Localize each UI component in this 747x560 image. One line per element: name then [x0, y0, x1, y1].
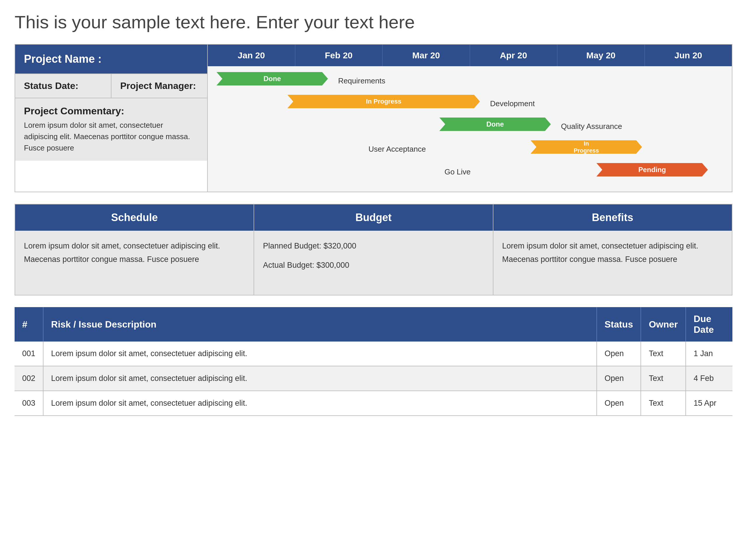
risk-col-date: Due Date — [686, 307, 732, 342]
gantt-month-4: Apr 20 — [470, 45, 558, 66]
row1-owner: Text — [641, 342, 686, 366]
gantt-bar-requirements: Done — [216, 72, 328, 85]
benefits-header: Benefits — [493, 205, 732, 231]
commentary-text: Lorem ipsum dolor sit amet, consectetuer… — [24, 119, 199, 154]
risk-col-status: Status — [597, 307, 641, 342]
gantt-bar-development: In Progress — [287, 95, 480, 108]
row1-status: Open — [597, 342, 641, 366]
benefits-col: Benefits Lorem ipsum dolor sit amet, con… — [493, 205, 732, 295]
row3-desc: Lorem ipsum dolor sit amet, consectetuer… — [43, 391, 597, 416]
gantt-header: Jan 20 Feb 20 Mar 20 Apr 20 May 20 Jun 2… — [208, 45, 732, 66]
gantt-row-development: In Progress Development — [216, 95, 723, 112]
table-row: 003 Lorem ipsum dolor sit amet, consecte… — [15, 391, 732, 416]
gantt-label-qa: Quality Assurance — [561, 122, 622, 131]
row2-date: 4 Feb — [686, 366, 732, 391]
gantt-label-uat-left: User Acceptance — [368, 145, 426, 154]
actual-budget: Actual Budget: $300,000 — [263, 259, 484, 272]
row3-date: 15 Apr — [686, 391, 732, 416]
gantt-month-3: Mar 20 — [383, 45, 470, 66]
risk-table-header-row: # Risk / Issue Description Status Owner … — [15, 307, 732, 342]
gantt-month-6: Jun 20 — [645, 45, 732, 66]
row2-status: Open — [597, 366, 641, 391]
row2-desc: Lorem ipsum dolor sit amet, consectetuer… — [43, 366, 597, 391]
table-row: 002 Lorem ipsum dolor sit amet, consecte… — [15, 366, 732, 391]
mid-section: Schedule Lorem ipsum dolor sit amet, con… — [15, 204, 732, 295]
status-date-label: Status Date: — [15, 74, 111, 98]
table-row: 001 Lorem ipsum dolor sit amet, consecte… — [15, 342, 732, 366]
row1-desc: Lorem ipsum dolor sit amet, consectetuer… — [43, 342, 597, 366]
page-title: This is your sample text here. Enter you… — [15, 12, 732, 32]
commentary-title: Project Commentary: — [24, 105, 199, 117]
gantt-label-requirements: Requirements — [338, 76, 385, 85]
row1-date: 1 Jan — [686, 342, 732, 366]
gantt-month-5: May 20 — [557, 45, 645, 66]
gantt-body: Done Requirements In Progress Developmen… — [208, 66, 732, 192]
gantt-label-golive-left: Go Live — [444, 167, 471, 177]
commentary-row: Project Commentary: Lorem ipsum dolor si… — [15, 98, 207, 161]
gantt-bar-golive: Pending — [596, 163, 708, 177]
budget-col: Budget Planned Budget: $320,000 Actual B… — [254, 205, 493, 295]
gantt-bar-uat: InProgress — [531, 140, 642, 154]
schedule-header: Schedule — [15, 205, 254, 231]
risk-col-num: # — [15, 307, 43, 342]
budget-body: Planned Budget: $320,000 Actual Budget: … — [254, 231, 493, 295]
row3-status: Open — [597, 391, 641, 416]
project-name-row: Project Name : — [15, 45, 207, 74]
gantt-row-qa: Done Quality Assurance — [216, 117, 723, 135]
gantt-bar-qa: Done — [439, 117, 551, 131]
risk-col-owner: Owner — [641, 307, 686, 342]
gantt-label-development: Development — [490, 99, 535, 108]
top-section: Project Name : Status Date: Project Mana… — [15, 44, 732, 192]
gantt-month-1: Jan 20 — [208, 45, 295, 66]
status-manager-row: Status Date: Project Manager: — [15, 74, 207, 98]
row3-owner: Text — [641, 391, 686, 416]
row1-num: 001 — [15, 342, 43, 366]
risk-col-description: Risk / Issue Description — [43, 307, 597, 342]
planned-budget: Planned Budget: $320,000 — [263, 239, 484, 253]
schedule-col: Schedule Lorem ipsum dolor sit amet, con… — [15, 205, 254, 295]
gantt-row-requirements: Done Requirements — [216, 72, 723, 89]
row3-num: 003 — [15, 391, 43, 416]
risk-table: # Risk / Issue Description Status Owner … — [15, 307, 732, 416]
project-info-panel: Project Name : Status Date: Project Mana… — [15, 45, 208, 192]
benefits-body: Lorem ipsum dolor sit amet, consectetuer… — [493, 231, 732, 295]
row2-owner: Text — [641, 366, 686, 391]
gantt-row-uat: User Acceptance InProgress — [216, 140, 723, 158]
project-manager-label: Project Manager: — [111, 74, 207, 98]
gantt-section: Jan 20 Feb 20 Mar 20 Apr 20 May 20 Jun 2… — [208, 45, 732, 192]
budget-header: Budget — [254, 205, 493, 231]
schedule-body: Lorem ipsum dolor sit amet, consectetuer… — [15, 231, 254, 295]
row2-num: 002 — [15, 366, 43, 391]
gantt-month-2: Feb 20 — [295, 45, 383, 66]
gantt-row-golive: Go Live Pending — [216, 163, 723, 181]
